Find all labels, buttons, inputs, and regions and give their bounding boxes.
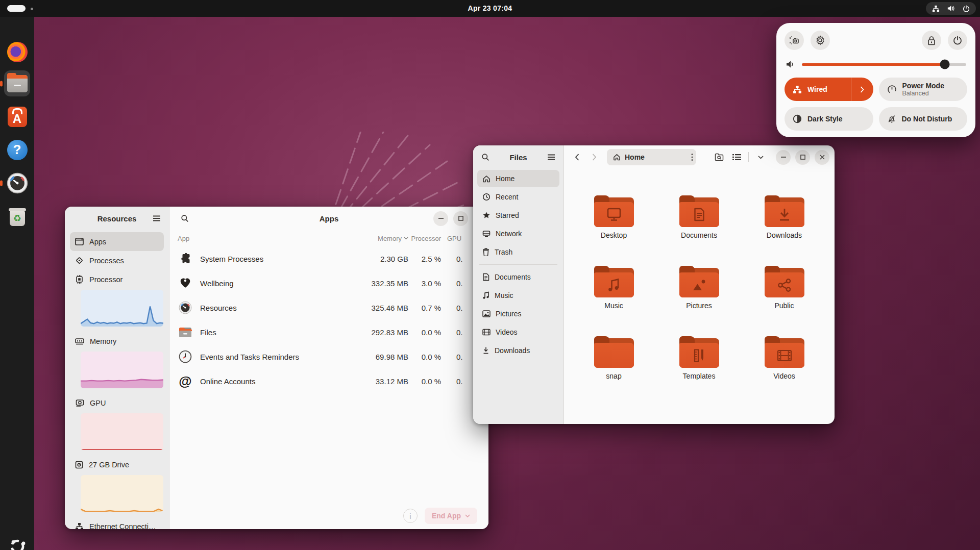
table-row[interactable]: Files 292.83 MB 0.0 % 0. [169, 320, 488, 344]
folder-pictures[interactable]: Pictures [658, 266, 740, 336]
path-bar[interactable]: Home [607, 149, 696, 165]
close-button[interactable] [815, 150, 829, 165]
do-not-disturb-tile[interactable]: Do Not Disturb [879, 107, 968, 131]
back-button[interactable] [569, 149, 584, 165]
hamburger-menu-button[interactable] [543, 149, 559, 165]
sidebar-item-memory[interactable]: Memory [70, 332, 164, 351]
column-processor[interactable]: Processor [408, 235, 441, 242]
sidebar-item-documents[interactable]: Documents [477, 268, 559, 286]
diamond-icon [75, 256, 84, 265]
window-icon [75, 238, 84, 245]
sidebar-item-home[interactable]: Home [477, 170, 559, 187]
sidebar-item-processor[interactable]: Processor [70, 270, 164, 289]
maximize-button[interactable] [453, 211, 468, 226]
workspace-dot[interactable] [31, 8, 33, 10]
dock-item-firefox[interactable] [4, 39, 30, 65]
table-row[interactable]: Events and Tasks Reminders 69.98 MB 0.0 … [169, 344, 488, 369]
list-view-button[interactable] [728, 149, 745, 165]
forward-button[interactable] [586, 149, 602, 165]
monitor-emblem [606, 208, 622, 221]
chevron-left-icon [575, 154, 579, 161]
volume-slider[interactable] [802, 63, 966, 66]
minimize-button[interactable] [433, 211, 448, 226]
resources-window: Resources Apps Processes Processor [65, 207, 488, 529]
folder-music[interactable]: Music [573, 266, 655, 336]
sidebar-item-trash[interactable]: Trash [477, 243, 559, 261]
files-places: Home Recent Starred Network Trash [473, 169, 564, 361]
resources-sidebar-header: Resources [65, 207, 169, 230]
wired-network-tile[interactable]: Wired [785, 78, 873, 101]
gpu-usage-chart [81, 413, 163, 450]
resources-nav: Apps Processes Processor Memory [65, 230, 169, 529]
sidebar-item-processes[interactable]: Processes [70, 251, 164, 270]
table-row[interactable]: System Processes 2.30 GB 2.5 % 0. [169, 246, 488, 271]
table-row[interactable]: Resources 325.46 MB 0.7 % 0. [169, 295, 488, 320]
dock-item-resources[interactable] [4, 170, 30, 196]
sidebar-item-downloads[interactable]: Downloads [477, 342, 559, 359]
end-app-button[interactable]: End App [425, 508, 477, 524]
folder-templates[interactable]: Templates [658, 336, 740, 407]
system-tray[interactable] [926, 2, 976, 15]
bell-slash-icon [887, 114, 896, 123]
volume-row [786, 59, 966, 70]
settings-button[interactable] [811, 31, 830, 50]
kebab-menu-icon[interactable] [691, 153, 693, 161]
view-options-button[interactable] [752, 149, 769, 165]
lock-button[interactable] [922, 31, 941, 50]
table-row[interactable]: Wellbeing 332.35 MB 3.0 % 0. [169, 271, 488, 295]
sidebar-item-starred[interactable]: Starred [477, 207, 559, 224]
folder-documents[interactable]: Documents [658, 195, 740, 266]
sidebar-item-videos[interactable]: Videos [477, 323, 559, 341]
info-button[interactable]: i [403, 509, 418, 523]
gpu-icon [75, 399, 84, 407]
activities-indicator[interactable] [7, 5, 26, 12]
dock-item-show-apps[interactable] [4, 533, 30, 550]
trash-icon [482, 248, 489, 256]
sidebar-item-ethernet[interactable]: Ethernet Connecti… [70, 517, 164, 529]
sidebar-item-drive[interactable]: 27 GB Drive [70, 455, 164, 474]
screenshot-button[interactable] [785, 31, 804, 50]
dock-item-files[interactable] [4, 70, 30, 96]
clock[interactable]: Apr 23 07:04 [468, 0, 512, 17]
star-icon [482, 211, 491, 219]
column-app[interactable]: App [178, 235, 347, 242]
ram-icon [75, 338, 84, 345]
dock-item-help[interactable]: ? [4, 137, 30, 163]
search-button[interactable] [477, 149, 494, 165]
maximize-button[interactable] [795, 150, 810, 165]
download-emblem [778, 208, 791, 222]
wired-expand-button[interactable] [851, 78, 873, 101]
processor-usage-chart [81, 290, 163, 327]
folder-videos[interactable]: Videos [743, 336, 825, 407]
sidebar-item-music[interactable]: Music [477, 287, 559, 304]
picture-emblem [692, 279, 707, 292]
folder-desktop[interactable]: Desktop [573, 195, 655, 266]
folder-snap[interactable]: snap [573, 336, 655, 407]
sidebar-item-pictures[interactable]: Pictures [477, 305, 559, 322]
sidebar-item-apps[interactable]: Apps [70, 232, 164, 251]
files-sidebar-header: Files [473, 145, 564, 169]
folder-downloads[interactable]: Downloads [743, 195, 825, 266]
column-memory[interactable]: Memory [347, 235, 408, 242]
sidebar-item-recent[interactable]: Recent [477, 188, 559, 206]
volume-slider-knob[interactable] [940, 60, 950, 69]
hamburger-menu-button[interactable] [149, 210, 165, 227]
dock-item-trash[interactable]: ♻ [4, 203, 30, 229]
running-indicator [0, 180, 3, 186]
search-folder-button[interactable] [711, 149, 727, 165]
power-mode-tile[interactable]: Power Mode Balanced [879, 78, 968, 101]
power-button[interactable] [948, 31, 967, 50]
table-row[interactable]: @Online Accounts 33.12 MB 0.0 % 0. [169, 369, 488, 393]
dark-style-tile[interactable]: Dark Style [785, 107, 873, 131]
folder-public[interactable]: Public [743, 266, 825, 336]
dock-item-app-center[interactable]: A [4, 104, 30, 130]
resources-icon [7, 172, 28, 194]
sidebar-item-gpu[interactable]: GPU [70, 393, 164, 412]
quick-settings-top-row [785, 31, 967, 50]
minimize-button[interactable] [776, 150, 791, 165]
search-button[interactable] [177, 210, 193, 227]
clock-icon [178, 349, 193, 364]
settings-gear-icon [815, 35, 825, 45]
sidebar-item-network[interactable]: Network [477, 225, 559, 242]
disk-icon [75, 461, 83, 469]
